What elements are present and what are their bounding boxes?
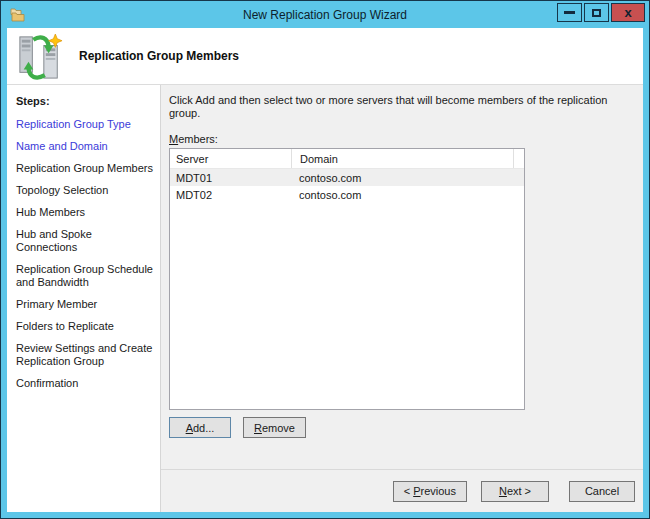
steps-list: Replication Group TypeName and DomainRep… bbox=[16, 118, 154, 390]
member-row-mdt02[interactable]: MDT02contoso.com bbox=[170, 186, 524, 203]
cell-domain: contoso.com bbox=[291, 189, 524, 201]
sidebar-item-hub-members: Hub Members bbox=[16, 206, 154, 219]
remove-button[interactable]: Remove bbox=[243, 417, 306, 438]
wizard-footer: < Previous Next > Cancel bbox=[161, 469, 643, 512]
sidebar-item-folders-to-replicate: Folders to Replicate bbox=[16, 320, 154, 333]
sidebar-item-topology-selection: Topology Selection bbox=[16, 184, 154, 197]
maximize-icon bbox=[592, 9, 601, 17]
cell-server: MDT02 bbox=[170, 189, 291, 201]
sidebar-item-primary-member: Primary Member bbox=[16, 298, 154, 311]
close-icon: x bbox=[624, 7, 631, 19]
step-content: Click Add and then select two or more se… bbox=[161, 85, 643, 469]
column-header-server[interactable]: Server bbox=[170, 149, 291, 168]
sidebar-item-name-and-domain[interactable]: Name and Domain bbox=[16, 140, 154, 153]
steps-sidebar: Steps: Replication Group TypeName and Do… bbox=[7, 85, 161, 512]
wizard-body: Steps: Replication Group TypeName and Do… bbox=[7, 84, 643, 512]
sidebar-item-replication-group-schedule-and-bandwidth: Replication Group Schedule and Bandwidth bbox=[16, 263, 154, 289]
members-list-header: Server Domain bbox=[170, 149, 524, 169]
minimize-icon bbox=[564, 11, 575, 14]
members-rows: MDT01contoso.comMDT02contoso.com bbox=[170, 169, 524, 203]
members-list[interactable]: Server Domain MDT01contoso.comMDT02conto… bbox=[169, 148, 525, 410]
cell-server: MDT01 bbox=[170, 172, 291, 184]
steps-heading: Steps: bbox=[16, 95, 154, 107]
step-pane: Click Add and then select two or more se… bbox=[161, 85, 643, 512]
cancel-button[interactable]: Cancel bbox=[569, 481, 635, 502]
sidebar-item-hub-and-spoke-connections: Hub and Spoke Connections bbox=[16, 228, 154, 254]
member-row-mdt01[interactable]: MDT01contoso.com bbox=[170, 169, 524, 186]
previous-button[interactable]: < Previous bbox=[393, 481, 467, 502]
replication-group-icon bbox=[17, 33, 63, 81]
sidebar-item-replication-group-type[interactable]: Replication Group Type bbox=[16, 118, 154, 131]
window-controls: x bbox=[557, 3, 645, 22]
client-area: Replication Group Members Steps: Replica… bbox=[7, 28, 643, 512]
close-button[interactable]: x bbox=[611, 3, 645, 22]
sidebar-item-review-settings-and-create-replication-group: Review Settings and Create Replication G… bbox=[16, 342, 154, 368]
add-button[interactable]: Add... bbox=[169, 417, 231, 438]
titlebar[interactable]: New Replication Group Wizard x bbox=[7, 1, 643, 28]
column-header-filler bbox=[513, 149, 524, 168]
column-header-domain[interactable]: Domain bbox=[291, 149, 513, 168]
cell-domain: contoso.com bbox=[291, 172, 524, 184]
window-title: New Replication Group Wizard bbox=[7, 8, 643, 22]
sidebar-item-replication-group-members: Replication Group Members bbox=[16, 162, 154, 175]
maximize-button[interactable] bbox=[584, 3, 609, 22]
minimize-button[interactable] bbox=[557, 3, 582, 22]
instruction-text: Click Add and then select two or more se… bbox=[169, 94, 631, 120]
wizard-header: Replication Group Members bbox=[7, 28, 643, 84]
members-label: Members: bbox=[169, 133, 631, 145]
sidebar-item-confirmation: Confirmation bbox=[16, 377, 154, 390]
page-title: Replication Group Members bbox=[79, 49, 239, 63]
next-button[interactable]: Next > bbox=[481, 481, 549, 502]
wizard-window: New Replication Group Wizard x bbox=[0, 0, 650, 519]
list-actions: Add... Remove bbox=[169, 417, 631, 438]
